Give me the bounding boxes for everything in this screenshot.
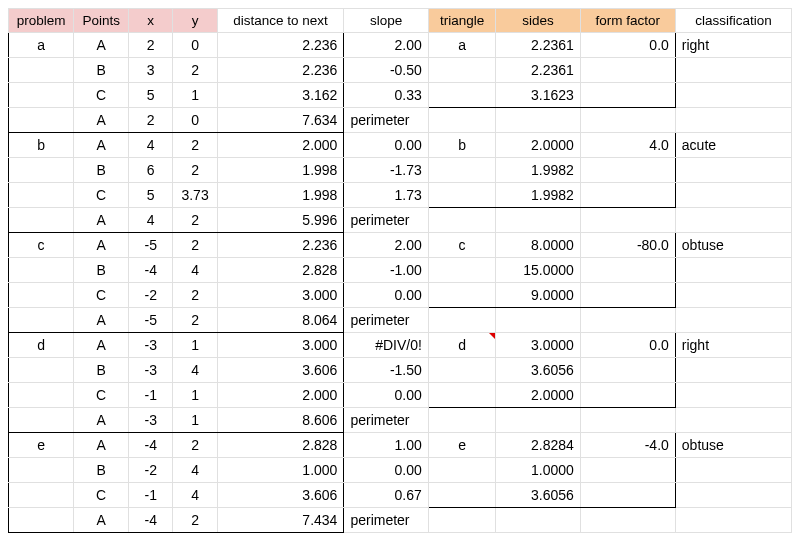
cell-classification[interactable]: right [675, 333, 791, 358]
cell-x[interactable]: -3 [129, 333, 173, 358]
cell-dist[interactable]: 8.064 [217, 308, 344, 333]
cell-triangle[interactable] [428, 158, 496, 183]
cell-problem[interactable] [9, 183, 74, 208]
cell-triangle[interactable] [428, 283, 496, 308]
cell-y[interactable]: 1 [173, 383, 217, 408]
cell-side[interactable]: 3.6056 [496, 483, 580, 508]
cell-slope[interactable]: -1.00 [344, 258, 428, 283]
cell-dist[interactable]: 2.828 [217, 258, 344, 283]
cell-slope[interactable]: -0.50 [344, 58, 428, 83]
cell-point[interactable]: B [74, 158, 129, 183]
cell-y[interactable]: 2 [173, 58, 217, 83]
cell-side[interactable]: 2.2361 [496, 33, 580, 58]
cell-formfactor[interactable]: 0.0 [580, 33, 675, 58]
cell-classification[interactable] [675, 458, 791, 483]
cell-y[interactable]: 4 [173, 483, 217, 508]
cell-point[interactable]: A [74, 208, 129, 233]
cell-y[interactable]: 2 [173, 208, 217, 233]
cell-y[interactable]: 2 [173, 283, 217, 308]
cell-classification[interactable] [675, 183, 791, 208]
cell-classification[interactable] [675, 83, 791, 108]
cell-y[interactable]: 0 [173, 108, 217, 133]
cell-side[interactable]: 1.9982 [496, 158, 580, 183]
cell-x[interactable]: -4 [129, 508, 173, 533]
cell-y[interactable]: 4 [173, 358, 217, 383]
hdr-sides[interactable]: sides [496, 9, 580, 33]
cell-slope[interactable]: -1.73 [344, 158, 428, 183]
cell-y[interactable]: 1 [173, 333, 217, 358]
cell-side[interactable]: 15.0000 [496, 258, 580, 283]
cell-dist[interactable]: 1.998 [217, 158, 344, 183]
cell-problem[interactable] [9, 408, 74, 433]
cell-perimeter-label[interactable]: perimeter [344, 208, 428, 233]
cell-slope[interactable]: 0.00 [344, 383, 428, 408]
cell-slope[interactable]: 0.33 [344, 83, 428, 108]
cell-classification[interactable]: obtuse [675, 433, 791, 458]
cell-point[interactable]: A [74, 33, 129, 58]
cell-triangle[interactable] [428, 383, 496, 408]
cell-triangle[interactable]: c [428, 233, 496, 258]
cell-side[interactable]: 2.2361 [496, 58, 580, 83]
cell-classification[interactable] [675, 508, 791, 533]
cell-slope[interactable]: 0.00 [344, 133, 428, 158]
cell-point[interactable]: A [74, 333, 129, 358]
cell-x[interactable]: -1 [129, 483, 173, 508]
cell-classification[interactable] [675, 383, 791, 408]
cell-formfactor[interactable] [580, 383, 675, 408]
cell-formfactor[interactable] [580, 408, 675, 433]
cell-y[interactable]: 1 [173, 83, 217, 108]
cell-slope[interactable]: -1.50 [344, 358, 428, 383]
cell-triangle[interactable]: e [428, 433, 496, 458]
cell-classification[interactable] [675, 258, 791, 283]
cell-dist[interactable]: 3.000 [217, 283, 344, 308]
cell-formfactor[interactable] [580, 308, 675, 333]
cell-x[interactable]: -2 [129, 283, 173, 308]
cell-side[interactable]: 3.0000 [496, 333, 580, 358]
cell-side[interactable]: 2.8284 [496, 433, 580, 458]
cell-side[interactable] [496, 108, 580, 133]
cell-triangle[interactable] [428, 183, 496, 208]
cell-point[interactable]: C [74, 483, 129, 508]
cell-dist[interactable]: 2.000 [217, 383, 344, 408]
cell-y[interactable]: 2 [173, 508, 217, 533]
cell-x[interactable]: 5 [129, 183, 173, 208]
cell-formfactor[interactable] [580, 183, 675, 208]
cell-formfactor[interactable] [580, 458, 675, 483]
hdr-y[interactable]: y [173, 9, 217, 33]
cell-x[interactable]: -5 [129, 233, 173, 258]
cell-point[interactable]: A [74, 108, 129, 133]
cell-formfactor[interactable] [580, 158, 675, 183]
hdr-slope[interactable]: slope [344, 9, 428, 33]
cell-slope[interactable]: 2.00 [344, 33, 428, 58]
cell-dist[interactable]: 8.606 [217, 408, 344, 433]
cell-x[interactable]: 6 [129, 158, 173, 183]
cell-problem[interactable] [9, 108, 74, 133]
cell-formfactor[interactable] [580, 208, 675, 233]
cell-slope[interactable]: 1.73 [344, 183, 428, 208]
cell-x[interactable]: 5 [129, 83, 173, 108]
cell-point[interactable]: A [74, 408, 129, 433]
cell-side[interactable] [496, 508, 580, 533]
cell-classification[interactable] [675, 283, 791, 308]
cell-side[interactable] [496, 408, 580, 433]
cell-point[interactable]: A [74, 233, 129, 258]
cell-x[interactable]: -5 [129, 308, 173, 333]
cell-point[interactable]: B [74, 458, 129, 483]
cell-problem[interactable]: b [9, 133, 74, 158]
cell-formfactor[interactable]: 0.0 [580, 333, 675, 358]
cell-triangle[interactable]: a [428, 33, 496, 58]
cell-triangle[interactable] [428, 58, 496, 83]
cell-classification[interactable] [675, 358, 791, 383]
cell-point[interactable]: A [74, 508, 129, 533]
cell-y[interactable]: 1 [173, 408, 217, 433]
cell-triangle[interactable] [428, 358, 496, 383]
cell-problem[interactable] [9, 358, 74, 383]
cell-problem[interactable] [9, 458, 74, 483]
cell-slope[interactable]: 2.00 [344, 233, 428, 258]
hdr-formfactor[interactable]: form factor [580, 9, 675, 33]
cell-dist[interactable]: 2.000 [217, 133, 344, 158]
cell-problem[interactable]: c [9, 233, 74, 258]
cell-dist[interactable]: 3.606 [217, 483, 344, 508]
cell-point[interactable]: C [74, 283, 129, 308]
cell-x[interactable]: -4 [129, 258, 173, 283]
